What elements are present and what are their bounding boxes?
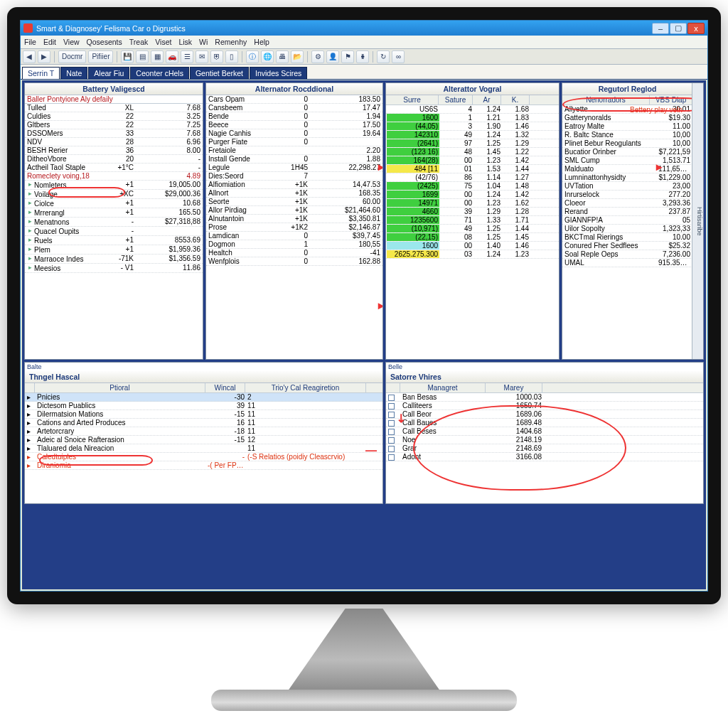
panel-rows[interactable]: ▸Pnicies-302▸Dictesom Puablics3911▸Diler… xyxy=(25,393,382,503)
table-row[interactable]: ▸Plem+1$1,959.36 xyxy=(25,245,203,255)
tab-5[interactable]: Invides Scires xyxy=(250,67,307,79)
table-row[interactable]: (10,971)491.251.44 xyxy=(386,225,559,233)
checkbox[interactable] xyxy=(388,454,395,461)
table-row[interactable]: 2625.275.300031.241.23 xyxy=(386,250,559,259)
checkbox[interactable] xyxy=(388,429,395,435)
table-row[interactable]: Alfiomiation+1K14,47.53 xyxy=(206,181,382,189)
table-row[interactable]: ▸Ciolce+110.68 xyxy=(25,199,203,208)
checkbox[interactable] xyxy=(388,446,395,452)
panel-rows[interactable]: Ban Besas1000.03Calliteers1650.74Call Be… xyxy=(386,393,703,503)
table-row[interactable]: 14971001.231.62 xyxy=(386,199,559,208)
table-row[interactable]: Lumninattonhysidty$1,229.00 xyxy=(562,173,692,182)
table-row[interactable]: ▸Voilage+XC$29,000.36 xyxy=(25,190,203,199)
menu-wi[interactable]: Wi xyxy=(199,38,208,46)
toolbar-pifier-button[interactable]: Pifiier xyxy=(88,50,113,63)
table-row[interactable]: Culdies223.25 xyxy=(25,112,203,121)
checkbox[interactable] xyxy=(388,403,395,410)
table-row[interactable]: Allor Pirdiag+1K$21,464.60 xyxy=(206,206,382,215)
table-row[interactable]: ▸Dilermatsion Mations-1511 xyxy=(25,410,382,419)
mail-icon[interactable]: ✉ xyxy=(196,50,208,63)
table-row[interactable]: Romeclety voing,184.89 xyxy=(25,172,203,181)
table-row[interactable]: (2641)971.251.29 xyxy=(386,139,559,148)
grid-icon[interactable]: ▦ xyxy=(151,50,164,63)
toolbar[interactable]: ◀ ▶ Docmr Pifiier 💾 ▤ ▦ 🚗 ☰ ✉ ⛨ ▯ ⓘ 🌐 🖶 … xyxy=(21,49,707,65)
table-row[interactable]: Healtch0-41 xyxy=(206,249,382,257)
list-icon[interactable]: ☰ xyxy=(181,50,193,63)
list-item[interactable]: Noe2148.19 xyxy=(386,436,703,444)
table-row[interactable]: Dies:Seord7 xyxy=(206,172,382,181)
globe-icon[interactable]: 🌐 xyxy=(261,50,274,63)
table-row[interactable]: BESH Rerier368.00 xyxy=(25,146,203,155)
table-row[interactable]: Nagie Canhis019.64 xyxy=(206,129,382,138)
table-row[interactable]: ▸Quacel Oupits- xyxy=(25,227,203,236)
table-row[interactable]: Install Gende01.88 xyxy=(206,155,382,164)
close-button[interactable]: x xyxy=(687,23,705,34)
table-row[interactable]: ▸Ruels+18553.69 xyxy=(25,236,203,245)
table-row[interactable]: 484 [11011.531.44 xyxy=(386,165,559,173)
panel-rows[interactable]: TulledXL7.68Culdies223.25Gltbers227.25DS… xyxy=(25,104,203,359)
user-icon[interactable]: 👤 xyxy=(326,50,339,63)
table-row[interactable]: Actheil Taol Staple+1°C- xyxy=(25,164,203,172)
table-row[interactable]: Uilor Sopolty1,323,33 xyxy=(562,225,692,233)
menubar[interactable]: FileEditViewQosesentsTreakVisetLiskWiRem… xyxy=(21,36,707,49)
table-row[interactable]: ▸Artetorcrary-1811 xyxy=(25,427,382,436)
column-headers[interactable]: ManagretMarey xyxy=(386,383,703,393)
list-item[interactable]: Calliteers1650.74 xyxy=(386,402,703,410)
titlebar[interactable]: Smart & Diagnosey' Felisma Car o Digrust… xyxy=(21,21,707,36)
gear-icon[interactable]: ⚙ xyxy=(311,50,324,63)
list-item[interactable]: Call Baues1689.48 xyxy=(386,419,703,427)
table-row[interactable]: ▸Meesios- V111.86 xyxy=(25,264,203,273)
table-row[interactable]: Beece017.50 xyxy=(206,121,382,129)
panel-rows[interactable]: Allyette30.01Gatterynoralds$19.30Eatroy … xyxy=(562,105,692,359)
table-row[interactable]: Soal Reple Oeps7,236.00 xyxy=(562,250,692,259)
list-item[interactable]: Call Beor1689.06 xyxy=(386,410,703,419)
save-icon[interactable]: 💾 xyxy=(121,50,134,63)
folder-icon[interactable]: 📂 xyxy=(291,50,304,63)
tab-2[interactable]: Alear Fiu xyxy=(88,67,129,79)
car-icon[interactable]: 🚗 xyxy=(166,50,178,63)
table-row[interactable]: Eatroy Malte11.00 xyxy=(562,122,692,131)
table-row[interactable]: BKCTmal Rierings10.00 xyxy=(562,233,692,242)
menu-help[interactable]: Help xyxy=(254,38,269,46)
stop-icon[interactable]: ⧳ xyxy=(356,50,369,63)
table-row[interactable]: Seorte+1K60.00 xyxy=(206,198,382,206)
table-row[interactable]: ▸Cations and Arted Produces1611 xyxy=(25,419,382,427)
checkbox[interactable] xyxy=(388,412,395,418)
column-headers[interactable]: NenorradorsVBS Diap xyxy=(562,95,692,105)
minimize-button[interactable]: – xyxy=(652,23,669,34)
table-row[interactable]: 164(28)001.231.42 xyxy=(386,156,559,165)
table-row[interactable]: ▸Caledtuiples-(-S Relatios (poidiy Cleas… xyxy=(25,453,382,461)
table-row[interactable]: Purger Fiate0 xyxy=(206,138,382,146)
list-item[interactable]: Grar2148.69 xyxy=(386,444,703,453)
table-row[interactable]: DSSOMers337.68 xyxy=(25,129,203,138)
table-row[interactable]: Cansbeem017.47 xyxy=(206,104,382,112)
doc-icon[interactable]: ▯ xyxy=(225,50,238,63)
table-row[interactable]: 1235600711.331.71 xyxy=(386,216,559,225)
menu-viset[interactable]: Viset xyxy=(155,38,171,46)
panel-rows[interactable]: Cars Opam0183.50Cansbeem017.47Bende01.94… xyxy=(206,95,382,359)
menu-qosesents[interactable]: Qosesents xyxy=(87,38,122,46)
table-row[interactable]: Cars Opam0183.50 xyxy=(206,95,382,104)
menu-remenhy[interactable]: Remenhy xyxy=(215,38,247,46)
menu-lisk[interactable]: Lisk xyxy=(178,38,192,46)
table-row[interactable]: ▸Pnicies-302 xyxy=(25,393,382,402)
tabbar[interactable]: Serrin TNateAlear FiuCeonter cHelsGentie… xyxy=(21,65,707,80)
tab-4[interactable]: Gentiet Berket xyxy=(190,67,249,79)
info-icon[interactable]: ⓘ xyxy=(246,50,259,63)
maximize-button[interactable]: ▢ xyxy=(670,23,687,34)
table-row[interactable]: TulledXL7.68 xyxy=(25,104,203,112)
table-row[interactable]: Gltbers227.25 xyxy=(25,121,203,129)
table-row[interactable]: UVTation23,00 xyxy=(562,182,692,191)
table-row[interactable]: DitheoVbore20- xyxy=(25,155,203,164)
table-row[interactable]: (42/76)861.141.27 xyxy=(386,173,559,182)
checkbox[interactable] xyxy=(388,395,395,401)
table-row[interactable]: R. Baltc Stance10,00 xyxy=(562,131,692,139)
checkbox[interactable] xyxy=(388,420,395,427)
table-row[interactable]: Wenfplois0162.88 xyxy=(206,257,382,266)
toolbar-docmr-button[interactable]: Docmr xyxy=(58,50,86,63)
table-row[interactable]: ▸Dictesom Puablics3911 xyxy=(25,402,382,410)
table-row[interactable]: Lamdican0$39,7.45 xyxy=(206,232,382,240)
table-row[interactable]: Conured Fher Sedflees$25.32 xyxy=(562,242,692,250)
table-row[interactable]: Bucatior Orinber$7,221,59 xyxy=(562,148,692,156)
table-row[interactable]: 160011.211.83 xyxy=(386,114,559,122)
